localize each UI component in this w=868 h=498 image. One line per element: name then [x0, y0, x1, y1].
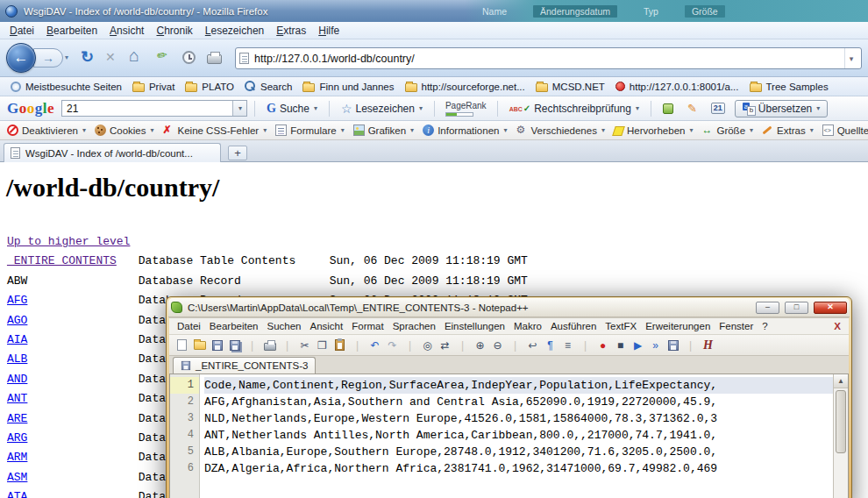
menu-item[interactable]: Suchen — [262, 320, 305, 332]
copy-icon[interactable]: ❐ — [315, 338, 330, 352]
menu-item[interactable]: Fenster — [715, 320, 758, 332]
menu-item[interactable]: TextFX — [601, 320, 641, 332]
webdev-menu-item[interactable]: Verschiedenes — [512, 123, 608, 138]
code-area[interactable]: Code,Name,Continent,Region,SurfaceArea,I… — [200, 374, 833, 498]
entry-link[interactable]: ARG — [7, 429, 132, 448]
url-bar[interactable]: http://127.0.0.1/world-db/country/ — [235, 47, 862, 69]
translate-button[interactable]: Übersetzen — [735, 100, 828, 117]
bookmark-item[interactable]: MCSD.NET — [530, 80, 610, 94]
menu-item[interactable]: Ansicht — [103, 23, 150, 39]
home-button[interactable] — [129, 46, 139, 66]
bookmark-item[interactable]: http://127.0.0.1:8001/a... — [610, 80, 744, 94]
play-macro-icon[interactable]: ▶ — [630, 338, 645, 352]
menu-item[interactable]: Chronik — [150, 23, 198, 39]
google-bookmarks-button[interactable]: Lesezeichen — [337, 100, 427, 117]
menu-item[interactable]: Lesezeichen — [199, 23, 270, 39]
save-all-icon[interactable] — [227, 338, 242, 352]
entry-link[interactable]: AFG — [7, 291, 132, 310]
toolbar-separator[interactable]: | — [280, 338, 295, 352]
paste-icon[interactable] — [332, 338, 347, 352]
toolbar-separator[interactable]: | — [402, 338, 417, 352]
webdev-menu-item[interactable]: Extras — [758, 123, 817, 138]
stop-macro-icon[interactable]: ■ — [613, 338, 628, 352]
menu-item[interactable]: Erweiterungen — [641, 320, 715, 332]
indent-guide-icon[interactable]: ≡ — [560, 338, 575, 352]
browser-tab[interactable]: WsgiDAV - Index of /world-db/count... — [4, 143, 221, 162]
menu-item[interactable]: Bearbeiten — [205, 320, 263, 332]
toolbar-separator[interactable]: | — [683, 338, 698, 352]
webdev-menu-item[interactable]: Hervorheben — [610, 124, 697, 138]
entry-link[interactable]: ABW — [7, 272, 132, 291]
menu-item[interactable]: Format — [347, 320, 388, 332]
webdev-menu-item[interactable]: Größe — [698, 123, 757, 138]
undo-icon[interactable]: ↶ — [367, 338, 382, 352]
toolbar-separator[interactable]: | — [455, 338, 470, 352]
entry-link[interactable]: ANT — [7, 389, 132, 409]
new-file-icon[interactable] — [174, 338, 189, 352]
show-all-characters-icon[interactable]: ¶ — [543, 338, 558, 352]
toolbar-separator[interactable]: | — [578, 338, 593, 352]
minimize-button[interactable]: – — [756, 302, 779, 314]
url-text[interactable]: http://127.0.0.1/world-db/country/ — [254, 53, 844, 65]
scroll-up-button[interactable] — [834, 374, 848, 388]
bookmark-item[interactable]: Meistbesuchte Seiten — [5, 80, 127, 94]
spellcheck-button[interactable]: ABC Rechtschreibprüfung — [505, 101, 644, 117]
reload-button[interactable] — [81, 47, 94, 67]
menu-item[interactable]: Datei — [4, 23, 40, 39]
menu-item[interactable]: ? — [758, 320, 772, 332]
menu-item[interactable]: Einstellungen — [440, 320, 509, 332]
cut-icon[interactable]: ✂ — [297, 338, 312, 352]
history-dropdown-icon[interactable] — [65, 53, 68, 61]
stop-button[interactable] — [105, 50, 116, 64]
forward-button[interactable] — [33, 48, 63, 68]
save-macro-icon[interactable] — [665, 338, 680, 352]
webdev-menu-item[interactable]: Formulare — [272, 123, 347, 138]
menu-item[interactable]: Extras — [270, 23, 312, 39]
back-button[interactable] — [6, 43, 36, 73]
webdev-menu-item[interactable]: Keine CSS-Fehler — [160, 123, 271, 138]
pagerank-indicator[interactable]: PageRank — [442, 101, 490, 117]
new-tab-button[interactable]: + — [228, 146, 247, 160]
zoom-in-icon[interactable]: ⊕ — [473, 338, 487, 352]
run-macro-multiple-icon[interactable]: » — [648, 338, 663, 352]
bookmark-item[interactable]: Search — [239, 79, 297, 94]
bookmark-item[interactable]: Tree Samples — [744, 80, 834, 94]
close-button[interactable]: ✕ — [814, 302, 847, 314]
entry-link[interactable]: AND — [7, 370, 132, 389]
webdev-menu-item[interactable]: Cookies — [91, 123, 158, 138]
menu-item[interactable]: Bearbeiten — [40, 23, 103, 39]
webdev-menu-item[interactable]: Informationen — [419, 123, 510, 138]
menu-item[interactable]: Sprachen — [388, 320, 440, 332]
print-icon[interactable] — [262, 338, 277, 352]
save-icon[interactable] — [210, 338, 224, 352]
entry-link[interactable]: ALB — [7, 350, 132, 369]
maximize-button[interactable]: □ — [785, 302, 808, 314]
scroll-thumb[interactable] — [836, 390, 846, 453]
webdev-menu-item[interactable]: Quelltext — [819, 123, 868, 138]
editor-scrollbar[interactable] — [833, 374, 848, 498]
bookmark-item[interactable]: PLATO — [180, 80, 239, 94]
autofill-button[interactable] — [658, 102, 678, 116]
entry-link[interactable]: ARM — [7, 448, 132, 467]
html-preview-icon[interactable]: H — [701, 338, 715, 352]
menu-item[interactable]: Hilfe — [312, 23, 345, 39]
document-tab[interactable]: _ENTIRE_CONTENTS-3 — [173, 357, 316, 374]
edit-button[interactable] — [683, 100, 701, 117]
close-document-x[interactable]: X — [834, 321, 845, 331]
edit-page-icon[interactable] — [156, 47, 168, 62]
toolbar-separator[interactable]: | — [350, 338, 365, 352]
url-dropdown-arrow[interactable] — [844, 48, 857, 68]
google-search-value[interactable]: 21 — [62, 103, 232, 115]
google-search-box[interactable]: 21 — [61, 100, 247, 117]
bookmark-item[interactable]: Finn und Jannes — [297, 80, 399, 94]
entry-link[interactable]: ATA — [7, 487, 132, 498]
entry-link[interactable]: AGO — [7, 311, 132, 331]
history-clock-icon[interactable] — [182, 51, 196, 64]
search-history-dropdown[interactable] — [232, 101, 246, 116]
menu-item[interactable]: Datei — [173, 320, 205, 332]
menu-item[interactable]: Ansicht — [306, 320, 348, 332]
entry-link[interactable]: _ENTIRE_CONTENTS — [7, 252, 132, 271]
firefox-titlebar[interactable]: WsgiDAV - Index of /world-db/country/ - … — [0, 0, 868, 22]
replace-icon[interactable]: ⇄ — [438, 338, 452, 352]
menu-item[interactable]: Makro — [509, 320, 546, 332]
